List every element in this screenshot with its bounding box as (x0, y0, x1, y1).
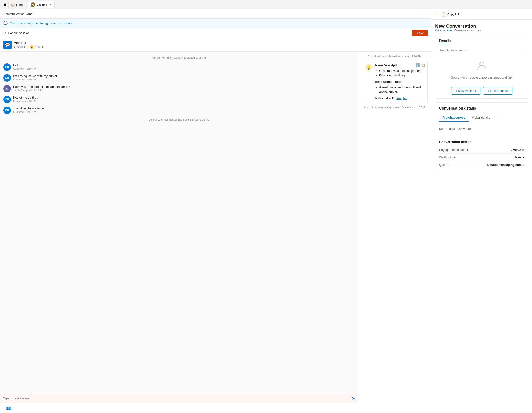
conversation-tabs: Pre-chat survey Visitor details ··· (439, 114, 524, 122)
message-meta: Customer - 1:11 PM (13, 111, 45, 113)
message-content: I'm having issues with my printer Custom… (13, 74, 57, 81)
home-tab[interactable]: 🏠 Home (9, 1, 27, 9)
details-section: Details Search customer --- Search (435, 36, 528, 99)
consult-session-label: Consult session (8, 31, 29, 35)
copy-button[interactable]: 📋 (421, 63, 425, 67)
add-participant-button[interactable]: 👥 (3, 404, 14, 412)
visitor-name: Visitor 1 (14, 41, 44, 45)
person-icon (476, 60, 487, 74)
ai-helpful-row: Is this helpful? Yes No (375, 96, 425, 100)
monitoring-message: You are currently monitoring this conver… (10, 21, 73, 25)
new-account-button[interactable]: + New Account (451, 87, 480, 94)
leave-button[interactable]: Leave (412, 30, 428, 36)
table-row: CU I'm having issues with my printer Cus… (3, 74, 355, 82)
new-conversation-title: New Conversation (435, 23, 528, 29)
home-icon: 🏠 (11, 3, 15, 7)
ai-summary-card: ℹ️ 📋 💡 Issue Description: Customer wants… (362, 61, 428, 103)
back-icon: ← (435, 12, 439, 16)
right-panel: ← 📋 Copy URL New Conversation Conversati… (431, 9, 532, 413)
consult-session-bar: ↩ Consult session Leave (0, 28, 431, 38)
message-text: No, let me try that. (13, 96, 38, 99)
search-customer-label: Search customer (439, 48, 462, 52)
visitor-chat-icon: 💬 (3, 41, 12, 49)
menu-button[interactable]: ☰ (2, 2, 8, 7)
right-panel-body: New Conversation Conversation · Customer… (431, 20, 532, 176)
visitor-tab-close[interactable]: ✕ (49, 3, 52, 7)
main-layout: Communication Panel — 💬 You are currentl… (0, 9, 532, 413)
engagement-channel-label: Engagement channel (439, 148, 468, 152)
chat-area: Consult with Nick Russell has started. 1… (0, 52, 358, 394)
tab-pre-chat-survey[interactable]: Pre-chat survey (439, 114, 469, 122)
copy-icon: 📋 (421, 63, 425, 67)
message-text: Have you tried turning it off and on aga… (13, 85, 70, 88)
details-title: Details (439, 39, 451, 45)
system-msg-end: Consult with Nick Russell has been initi… (3, 117, 355, 122)
new-contact-button[interactable]: + New Contact (483, 87, 512, 94)
message-content: No, let me try that. Customer - 1:10 PM (13, 96, 38, 103)
visitor-tab-avatar: V1 (30, 2, 35, 7)
copy-url-button[interactable]: 📋 Copy URL (441, 12, 461, 17)
sentiment-label: Neutral (35, 45, 44, 48)
ai-issue-list: Customer wants to use printer. Printer n… (375, 68, 425, 78)
message-text: I'm having issues with my printer (13, 74, 57, 78)
titlebar: ☰ 🏠 Home V1 Visitor 1 ✕ (0, 0, 532, 9)
helpful-yes-button[interactable]: Yes (396, 96, 401, 100)
waiting-time-label: Waiting time (439, 156, 456, 159)
queue-value: Default messaging queue (487, 163, 524, 167)
avatar: CU (3, 106, 11, 114)
tab-visitor-details[interactable]: Visitor details (469, 114, 493, 122)
ai-resolution-title: Resolutions Tried: (375, 80, 425, 84)
avatar: JC (3, 85, 11, 93)
chevron-down-icon[interactable]: ∨ (480, 29, 482, 32)
breadcrumb-conversation[interactable]: Conversation (435, 29, 452, 32)
message-content: Have you tried turning it off and on aga… (13, 85, 70, 92)
conv-detail-row-waiting: Waiting time 10 secs (439, 154, 524, 161)
conv-detail-row-engagement: Engagement channel Live Chat (439, 146, 524, 154)
visitor-tab[interactable]: V1 Visitor 1 ✕ (28, 1, 55, 9)
hamburger-icon: ☰ (3, 3, 6, 6)
sentiment-icon: 😐 (29, 45, 34, 49)
info-button[interactable]: ℹ️ (416, 63, 420, 67)
copy-url-icon: 📋 (441, 12, 446, 17)
consult-system-msg: Consult with Nick Russell has started. 1… (362, 55, 428, 58)
helpful-no-button[interactable]: No (403, 96, 407, 100)
consult-panel: Consult with Nick Russell has started. 1… (358, 52, 431, 413)
ai-bulb-icon: 💡 (365, 64, 373, 72)
send-icon: ➤ (352, 396, 355, 401)
conversation-details-section: Conversation details Pre-chat survey Vis… (435, 102, 528, 172)
message-content: That didn't fix my issue. Customer - 1:1… (13, 106, 45, 113)
waiting-time-value: 10 secs (513, 156, 524, 159)
message-input[interactable] (3, 397, 350, 400)
consult-icon: ↩ (3, 31, 6, 35)
comm-panel-title: Communication Panel (3, 12, 33, 16)
message-meta: Customer - 1:10 PM (13, 100, 38, 103)
comm-panel-header: Communication Panel — (0, 9, 431, 19)
message-text: That didn't fix my issue. (13, 106, 45, 110)
ai-action-buttons: ℹ️ 📋 (416, 63, 425, 67)
breadcrumb: Conversation · Customer summary ∨ (435, 29, 528, 32)
conv-detail-row-queue: Queue Default messaging queue (439, 161, 524, 169)
queue-label: Queue (439, 163, 448, 167)
chat-consult-container: Consult with Nick Russell has started. 1… (0, 52, 431, 413)
table-row: CU No, let me try that. Customer - 1:10 … (3, 96, 355, 103)
message-input-area: ➤ (0, 394, 358, 403)
avatar: CU (3, 63, 11, 71)
message-content: Hello Customer - 1:10 PM (13, 63, 36, 70)
visitor-info-row: 💬 Visitor 1 00:00:54 | 😐 Neutral (0, 38, 431, 52)
message-meta: Customer - 1:10 PM (13, 78, 57, 81)
list-item: Asked customer to turn off and on the pr… (379, 85, 425, 94)
avatar: CU (3, 96, 11, 103)
table-row: JC Have you tried turning it off and on … (3, 85, 355, 93)
add-participant-icon: 👥 (6, 406, 11, 410)
minimize-button[interactable]: — (421, 11, 428, 16)
tab-more-button[interactable]: ··· (493, 114, 500, 122)
conv-detail-subtitle: Conversation details (439, 140, 524, 144)
send-button[interactable]: ➤ (352, 396, 355, 401)
list-item: Printer not working. (379, 73, 425, 78)
no-survey-text: No pre-chat survey found (439, 125, 524, 134)
ai-icon-wrap: 💡 Issue Description: Customer wants to u… (365, 64, 425, 100)
message-meta: Jamie Campbell - 1:10 PM (13, 89, 70, 92)
new-account-actions: + New Account + New Contact (435, 84, 528, 98)
back-button[interactable]: ← (435, 12, 439, 17)
ai-resolution-list: Asked customer to turn off and on the pr… (375, 85, 425, 94)
